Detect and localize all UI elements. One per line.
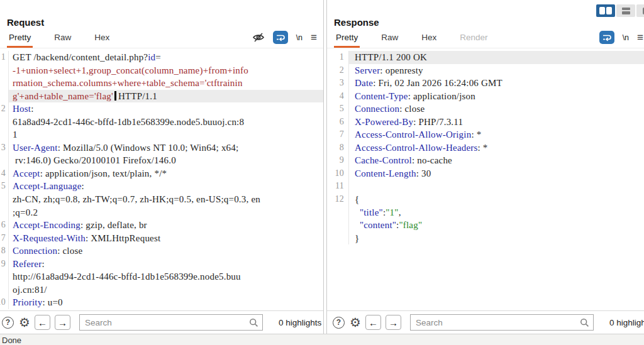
editor-line: http://61a8ad94-2cd1-446c-bffd-1db1e5683… xyxy=(0,270,323,283)
line-number: 11 xyxy=(327,180,349,193)
editor-line: rv:146.0) Gecko/20100101 Firefox/146.0 xyxy=(0,154,323,167)
response-panel: Response PrettyRawHexRender \n ≡ 1HTTP/1… xyxy=(326,0,644,334)
layout-toggle-group xyxy=(596,4,644,17)
line-number xyxy=(0,77,9,90)
editor-line: -1+union+select+1,group_concat(column_na… xyxy=(0,64,323,77)
tab-raw[interactable]: Raw xyxy=(52,33,73,48)
request-search-input[interactable] xyxy=(79,314,263,331)
editor-line: 12{ xyxy=(327,193,644,206)
editor-line: 5Accept-Language: xyxy=(0,180,323,193)
request-editor[interactable]: 1GET /backend/content_detail.php?id=-1+u… xyxy=(0,48,323,310)
request-tabs: PrettyRawHex xyxy=(7,33,131,48)
search-next-button[interactable]: → xyxy=(386,315,401,330)
line-number xyxy=(0,193,9,206)
line-number: 2 xyxy=(327,64,349,77)
tab-render[interactable]: Render xyxy=(458,33,489,48)
editor-line: 7Access-Control-Allow-Origin: * xyxy=(327,128,644,141)
soft-wrap-icon[interactable] xyxy=(599,31,614,44)
editor-line: } xyxy=(327,232,644,245)
search-prev-button[interactable]: ← xyxy=(365,315,381,330)
gear-icon[interactable]: ⚙ xyxy=(350,316,361,329)
menu-icon[interactable]: ≡ xyxy=(311,32,317,43)
editor-line: 4Accept: application/json, text/plain, *… xyxy=(0,167,323,180)
help-icon[interactable]: ? xyxy=(333,317,345,329)
menu-icon[interactable]: ≡ xyxy=(637,32,643,43)
response-search-input[interactable] xyxy=(410,314,594,331)
line-number: 3 xyxy=(0,141,9,155)
editor-line: 8Access-Control-Allow-Headers: * xyxy=(327,141,644,155)
layout-split-columns-button[interactable] xyxy=(596,4,615,17)
gear-icon[interactable]: ⚙ xyxy=(19,316,30,329)
layout-split-rows-button[interactable] xyxy=(616,4,635,17)
tab-hex[interactable]: Hex xyxy=(92,33,111,48)
line-number xyxy=(0,154,9,167)
layout-single-panel-button[interactable] xyxy=(636,4,644,17)
request-toolbar-icons: \n ≡ xyxy=(252,31,317,48)
line-number: 7 xyxy=(327,128,349,141)
line-number: 2 xyxy=(0,102,9,116)
line-number: 7 xyxy=(0,232,9,245)
editor-line: 7X-Requested-With: XMLHttpRequest xyxy=(0,232,323,245)
editor-line: 5Connection: close xyxy=(327,102,644,116)
line-number: 9 xyxy=(0,258,9,271)
editor-line: 6Accept-Encoding: gzip, deflate, br xyxy=(0,219,323,232)
search-prev-button[interactable]: ← xyxy=(35,315,50,330)
tab-pretty[interactable]: Pretty xyxy=(7,33,33,48)
line-number: 10 xyxy=(0,296,9,309)
editor-line: 9Cache-Control: no-cache xyxy=(327,154,644,167)
editor-line: 8Connection: close xyxy=(0,244,323,258)
line-number: 5 xyxy=(0,180,9,193)
line-number: 8 xyxy=(327,141,349,155)
editor-line: "content":"flag" xyxy=(327,219,644,232)
line-number: 6 xyxy=(0,219,9,232)
newline-icon[interactable]: \n xyxy=(296,33,303,42)
editor-line: 10Priority: u=0 xyxy=(0,296,323,309)
request-title: Request xyxy=(0,0,323,29)
tab-pretty[interactable]: Pretty xyxy=(334,33,360,48)
search-next-button[interactable]: → xyxy=(55,315,70,330)
editor-line: 1GET /backend/content_detail.php?id= xyxy=(0,51,323,64)
status-bar: Done xyxy=(0,334,644,345)
line-number: 3 xyxy=(327,77,349,90)
editor-line: rmation_schema.columns+where+table_schem… xyxy=(0,77,323,90)
line-number: 4 xyxy=(327,90,349,103)
line-number xyxy=(0,206,9,219)
line-number: 8 xyxy=(0,244,9,258)
search-icon xyxy=(580,318,589,330)
line-number: 1 xyxy=(0,51,9,64)
soft-wrap-icon[interactable] xyxy=(273,31,288,44)
help-icon[interactable]: ? xyxy=(2,317,14,329)
editor-line: 61a8ad94-2cd1-446c-bffd-1db1e568399e.nod… xyxy=(0,116,323,129)
response-tabs: PrettyRawHexRender xyxy=(334,33,509,48)
editor-line: ;q=0.2 xyxy=(0,206,323,219)
line-number: 1 xyxy=(327,51,349,64)
editor-line: g'+and+table_name='flag'HTTP/1.1 xyxy=(0,90,323,103)
response-highlights-count: 0 highlights xyxy=(609,318,644,327)
editor-line: 6X-Powered-By: PHP/7.3.11 xyxy=(327,116,644,129)
request-footer: ? ⚙ ← → 0 highlights xyxy=(0,310,323,334)
search-icon xyxy=(249,318,258,330)
request-panel: Request PrettyRawHex xyxy=(0,0,324,334)
tab-raw[interactable]: Raw xyxy=(379,33,400,48)
line-number: 12 xyxy=(327,193,349,206)
editor-line: 1 xyxy=(0,128,323,141)
editor-line: 9Referer: xyxy=(0,258,323,271)
hide-icon[interactable] xyxy=(252,32,265,43)
newline-icon[interactable]: \n xyxy=(623,33,629,42)
line-number xyxy=(327,206,349,219)
line-number xyxy=(0,283,9,297)
response-toolbar-icons: \n ≡ xyxy=(599,31,643,48)
response-editor[interactable]: 1HTTP/1.1 200 OK2Server: openresty3Date:… xyxy=(327,48,644,310)
editor-line: 2Server: openresty xyxy=(327,64,644,77)
request-highlights-count: 0 highlights xyxy=(279,318,321,327)
tab-hex[interactable]: Hex xyxy=(419,33,438,48)
response-tabrow: PrettyRawHexRender \n ≡ xyxy=(327,29,644,48)
message-editor-split: Request PrettyRawHex xyxy=(0,0,644,334)
line-number xyxy=(327,219,349,232)
line-number: 4 xyxy=(0,167,9,180)
editor-line: oj.cn:81/ xyxy=(0,283,323,297)
line-number: 5 xyxy=(327,102,349,116)
editor-line: 11 xyxy=(327,180,644,193)
line-number xyxy=(0,270,9,283)
line-number xyxy=(0,128,9,141)
